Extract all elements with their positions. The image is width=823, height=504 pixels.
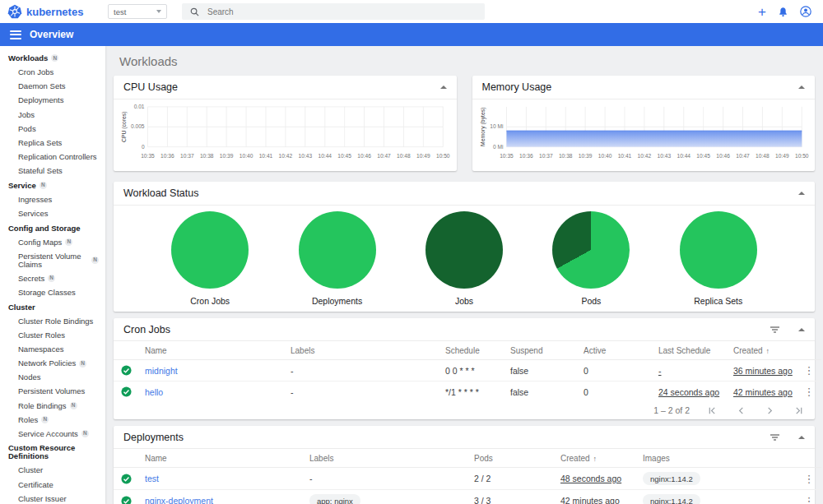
sidebar-item-persistent-volumes[interactable]: Persistent Volumes bbox=[0, 385, 105, 399]
sidebar-item-ingresses[interactable]: Ingresses bbox=[0, 192, 105, 206]
sidebar-item-role-bindings[interactable]: Role BindingsN bbox=[0, 399, 105, 413]
cronjob-name-link[interactable]: midnight bbox=[145, 366, 178, 376]
svg-text:10:50: 10:50 bbox=[436, 153, 450, 159]
sidebar-item-nodes[interactable]: Nodes bbox=[0, 371, 105, 385]
namespaced-badge: N bbox=[70, 402, 77, 409]
column-header-suspend[interactable]: Suspend bbox=[504, 341, 577, 360]
deployment-name-link[interactable]: nginx-deployment bbox=[145, 496, 213, 504]
svg-text:0.01: 0.01 bbox=[134, 104, 145, 109]
last-page-icon[interactable] bbox=[794, 406, 803, 415]
pie-chart-pods[interactable] bbox=[552, 211, 630, 289]
search-input[interactable] bbox=[207, 7, 477, 16]
column-header-created[interactable]: Created↑ bbox=[554, 449, 636, 468]
row-menu-icon[interactable]: ⋮ bbox=[797, 381, 821, 403]
namespace-value: test bbox=[114, 7, 126, 16]
cell-last-schedule[interactable]: 24 seconds ago bbox=[658, 387, 719, 397]
notifications-bell-icon[interactable] bbox=[778, 7, 788, 17]
svg-text:10:43: 10:43 bbox=[657, 153, 671, 159]
sidebar-item-label: Replication Controllers bbox=[18, 153, 97, 161]
pie-chart-deployments[interactable] bbox=[299, 211, 376, 289]
column-header-last-schedule[interactable]: Last Schedule bbox=[652, 341, 727, 360]
column-header-images[interactable]: Images bbox=[636, 449, 797, 468]
sidebar-item-secrets[interactable]: SecretsN bbox=[0, 271, 105, 285]
sidebar-section-config-and-storage[interactable]: Config and Storage bbox=[0, 221, 105, 235]
pie-chart-cron-jobs[interactable] bbox=[171, 211, 249, 289]
sidebar-item-certificate[interactable]: Certificate bbox=[0, 478, 105, 492]
cell-last-schedule[interactable]: - bbox=[658, 366, 662, 376]
row-menu-icon[interactable]: ⋮ bbox=[797, 490, 821, 504]
svg-text:10:36: 10:36 bbox=[160, 153, 174, 159]
column-header-labels[interactable]: Labels bbox=[303, 449, 467, 468]
create-resource-button[interactable]: + bbox=[758, 5, 766, 19]
collapse-caret-icon[interactable] bbox=[798, 328, 805, 331]
sidebar-item-persistent-volume-claims[interactable]: Persistent Volume ClaimsN bbox=[0, 249, 105, 271]
collapse-caret-icon[interactable] bbox=[440, 86, 447, 89]
column-header-schedule[interactable]: Schedule bbox=[439, 341, 504, 360]
cell-created[interactable]: 42 minutes ago bbox=[733, 387, 793, 397]
column-header-pods[interactable]: Pods bbox=[467, 449, 554, 468]
column-header-name[interactable]: Name bbox=[138, 449, 303, 468]
table-row: test-2 / 248 seconds agonginx:1.14.2⋮ bbox=[114, 468, 821, 490]
sidebar-item-replication-controllers[interactable]: Replication Controllers bbox=[0, 150, 105, 164]
sidebar-item-jobs[interactable]: Jobs bbox=[0, 108, 105, 122]
deployments-card: Deployments bbox=[114, 426, 815, 504]
namespaced-badge: N bbox=[40, 182, 47, 189]
sidebar-item-stateful-sets[interactable]: Stateful Sets bbox=[0, 164, 105, 178]
user-account-icon[interactable] bbox=[800, 6, 811, 17]
sidebar-item-replica-sets[interactable]: Replica Sets bbox=[0, 136, 105, 150]
sidebar-section-workloads[interactable]: WorkloadsN bbox=[0, 51, 105, 65]
sidebar-item-daemon-sets[interactable]: Daemon Sets bbox=[0, 80, 105, 94]
sidebar-section-custom-resource-definitions[interactable]: Custom Resource Definitions bbox=[0, 441, 105, 463]
pie-chart-replica-sets[interactable] bbox=[680, 211, 757, 289]
cron-jobs-card: Cron Jobs bbox=[114, 318, 815, 419]
deployment-name-link[interactable]: test bbox=[145, 474, 159, 483]
previous-page-icon[interactable] bbox=[737, 406, 746, 415]
pagination-range: 1 – 2 of 2 bbox=[653, 405, 690, 415]
sidebar-section-service[interactable]: ServiceN bbox=[0, 178, 105, 192]
column-header-labels[interactable]: Labels bbox=[284, 341, 439, 360]
sidebar-item-namespaces[interactable]: Namespaces bbox=[0, 342, 105, 356]
sidebar-item-cluster[interactable]: Cluster bbox=[0, 464, 105, 478]
column-header-name[interactable]: Name bbox=[138, 341, 284, 360]
sidebar-item-services[interactable]: Services bbox=[0, 206, 105, 220]
column-header-active[interactable]: Active bbox=[577, 341, 652, 360]
pie-chart-jobs[interactable] bbox=[425, 211, 503, 289]
sidebar-section-cluster[interactable]: Cluster bbox=[0, 300, 105, 314]
sidebar-item-config-maps[interactable]: Config MapsN bbox=[0, 235, 105, 249]
sidebar-item-cluster-issuer[interactable]: Cluster Issuer bbox=[0, 492, 105, 504]
collapse-caret-icon[interactable] bbox=[798, 192, 805, 195]
search-bar[interactable] bbox=[182, 3, 485, 20]
sidebar-item-storage-classes[interactable]: Storage Classes bbox=[0, 285, 105, 299]
sidebar-item-network-policies[interactable]: Network PoliciesN bbox=[0, 357, 105, 371]
sidebar-item-roles[interactable]: RolesN bbox=[0, 413, 105, 427]
chevron-down-icon bbox=[156, 10, 161, 13]
sidebar-item-cluster-roles[interactable]: Cluster Roles bbox=[0, 328, 105, 342]
sidebar-item-label: Replica Sets bbox=[18, 139, 62, 147]
sidebar-item-deployments[interactable]: Deployments bbox=[0, 94, 105, 108]
sidebar-item-cron-jobs[interactable]: Cron Jobs bbox=[0, 65, 105, 79]
first-page-icon[interactable] bbox=[708, 406, 717, 415]
column-header-created[interactable]: Created↑ bbox=[727, 341, 797, 360]
filter-icon[interactable] bbox=[770, 326, 780, 334]
sidebar-section-label: Service bbox=[8, 182, 36, 190]
namespace-selector[interactable]: test bbox=[108, 4, 167, 19]
cell-created[interactable]: 48 seconds ago bbox=[560, 474, 621, 483]
collapse-caret-icon[interactable] bbox=[798, 86, 805, 89]
svg-text:10:47: 10:47 bbox=[377, 153, 391, 159]
row-menu-icon[interactable]: ⋮ bbox=[797, 468, 821, 490]
svg-text:10:39: 10:39 bbox=[578, 153, 592, 159]
sidebar-item-label: Role Bindings bbox=[18, 402, 67, 410]
cell-created[interactable]: 42 minutes ago bbox=[560, 496, 620, 504]
filter-icon[interactable] bbox=[770, 433, 780, 442]
cell-created[interactable]: 36 minutes ago bbox=[733, 366, 793, 376]
sidebar-item-pods[interactable]: Pods bbox=[0, 122, 105, 136]
cronjob-name-link[interactable]: hello bbox=[145, 387, 163, 397]
next-page-icon[interactable] bbox=[765, 406, 774, 415]
collapse-caret-icon[interactable] bbox=[798, 436, 805, 439]
row-menu-icon[interactable]: ⋮ bbox=[797, 360, 821, 381]
menu-hamburger-icon[interactable] bbox=[10, 28, 21, 41]
kubernetes-logo[interactable]: kubernetes bbox=[0, 4, 105, 19]
sidebar-item-cluster-role-bindings[interactable]: Cluster Role Bindings bbox=[0, 314, 105, 328]
sidebar-item-service-accounts[interactable]: Service AccountsN bbox=[0, 427, 105, 441]
memory-usage-title: Memory Usage bbox=[482, 81, 552, 93]
